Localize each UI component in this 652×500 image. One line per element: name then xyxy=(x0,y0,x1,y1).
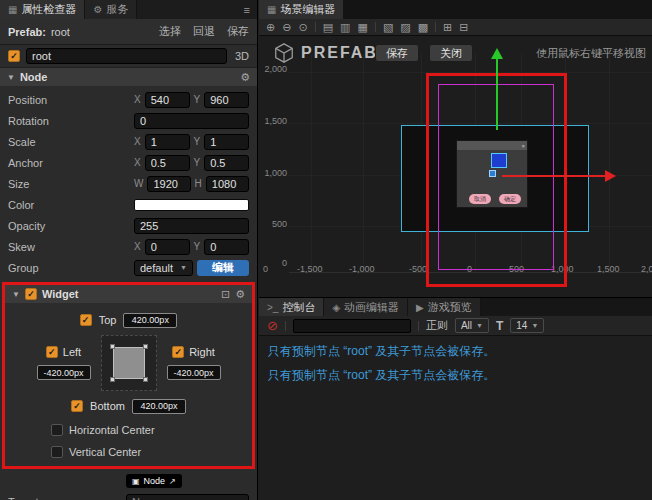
dialog-cancel-node[interactable]: 取消 xyxy=(469,194,491,204)
dialog-blue-square-node[interactable] xyxy=(491,153,507,168)
zoom-fit-icon[interactable]: ⊙ xyxy=(298,22,307,33)
distribute-vertical-icon[interactable]: ⊟ xyxy=(459,22,468,33)
widget-right-input[interactable] xyxy=(167,365,221,380)
scale-y-key: Y xyxy=(194,136,201,147)
check-icon: ✓ xyxy=(27,290,35,299)
font-size-dropdown[interactable]: 14 ▼ xyxy=(510,318,544,333)
opacity-input[interactable] xyxy=(134,218,249,234)
ruler-label: 1,500 xyxy=(261,116,287,126)
widget-target-row: Target None xyxy=(0,490,257,500)
widget-enabled-checkbox[interactable]: ✓ xyxy=(25,288,37,300)
align-right-icon[interactable]: ▩ xyxy=(418,22,428,33)
gizmo-x-axis[interactable] xyxy=(502,175,606,177)
widget-hcenter-checkbox[interactable]: ✓ xyxy=(51,424,63,436)
widget-bottom-label: Bottom xyxy=(90,400,125,412)
gizmo-y-axis-arrowhead[interactable] xyxy=(491,48,503,59)
grid-icon: ▦ xyxy=(8,4,17,15)
tab-inspector[interactable]: ▦ 属性检查器 xyxy=(0,0,85,19)
widget-right-group: ✓ Right xyxy=(167,346,221,380)
tab-animation-label: 动画编辑器 xyxy=(344,300,399,315)
node-properties: Position X Y Rotation Scale X xyxy=(0,86,257,279)
size-label: Size xyxy=(8,178,134,190)
anchor-x-input[interactable] xyxy=(145,155,190,171)
group-edit-button[interactable]: 编辑 xyxy=(197,260,249,276)
inspector-tabbar: ▦ 属性检查器 ⚙ 服务 ≡ xyxy=(0,0,257,19)
node-name-input[interactable] xyxy=(26,48,227,64)
widget-bottom-checkbox[interactable]: ✓ xyxy=(71,400,83,412)
widget-top-input[interactable] xyxy=(123,313,177,328)
dialog-close-icon: × xyxy=(521,143,525,149)
prefab-select-button[interactable]: 选择 xyxy=(159,24,181,39)
widget-right-checkbox[interactable]: ✓ xyxy=(172,346,184,358)
widget-top-checkbox[interactable]: ✓ xyxy=(80,314,92,326)
node-active-checkbox[interactable]: ✓ xyxy=(8,50,20,62)
console-log-line[interactable]: 只有预制节点 “root” 及其子节点会被保存。 xyxy=(268,343,643,360)
widget-left-input[interactable] xyxy=(37,365,91,380)
dialog-ok-node[interactable]: 确定 xyxy=(499,194,521,204)
group-select[interactable]: default ▼ xyxy=(134,260,193,276)
widget-diagram-square xyxy=(113,347,145,379)
gizmo-origin-handle[interactable] xyxy=(489,170,496,177)
log-level-dropdown[interactable]: All ▼ xyxy=(455,318,489,333)
chevron-down-icon: ▼ xyxy=(180,264,187,271)
size-w-input[interactable] xyxy=(147,176,190,192)
node-reference-badge[interactable]: ▣ Node ↗ xyxy=(126,474,182,488)
target-value-field[interactable]: None xyxy=(126,494,249,500)
widget-section-header[interactable]: ▼ ✓ Widget ⊡ ⚙ xyxy=(5,285,252,303)
tab-animation-editor[interactable]: ◈ 动画编辑器 xyxy=(324,298,408,316)
prefab-save-button[interactable]: 保存 xyxy=(227,24,249,39)
scale-y-input[interactable] xyxy=(204,134,249,150)
anchor-y-input[interactable] xyxy=(204,155,249,171)
align-middle-icon[interactable]: ▥ xyxy=(340,22,350,33)
skew-x-input[interactable] xyxy=(145,239,190,255)
console-search-input[interactable] xyxy=(293,319,411,333)
align-bottom-icon[interactable]: ▦ xyxy=(357,22,367,33)
tab-services[interactable]: ⚙ 服务 xyxy=(85,0,137,19)
scene-viewport[interactable]: 2,000 1,500 1,000 500 0 0 -1,500 -1,000 … xyxy=(259,36,652,297)
widget-bottom-input[interactable] xyxy=(132,399,186,414)
prefab-save-button[interactable]: 保存 xyxy=(375,44,419,62)
align-top-icon[interactable]: ▤ xyxy=(323,22,333,33)
target-label: Target xyxy=(8,496,126,500)
panel-menu-icon[interactable]: ≡ xyxy=(237,0,257,19)
widget-vcenter-checkbox[interactable]: ✓ xyxy=(51,446,63,458)
toolbar-separator xyxy=(418,321,419,331)
widget-gear-icon[interactable]: ⚙ xyxy=(235,288,245,301)
chevron-down-icon: ▼ xyxy=(531,322,538,329)
position-y-input[interactable] xyxy=(204,92,249,108)
widget-section-title: Widget xyxy=(42,288,79,300)
size-h-input[interactable] xyxy=(206,176,249,192)
widget-hcenter-label: Horizontal Center xyxy=(69,424,155,436)
node-section-header[interactable]: ▼ Node ⚙ xyxy=(0,68,257,86)
align-center-icon[interactable]: ▨ xyxy=(400,22,410,33)
zoom-out-icon[interactable]: ⊖ xyxy=(282,22,291,33)
color-swatch[interactable] xyxy=(134,199,249,211)
widget-copy-icon[interactable]: ⊡ xyxy=(221,288,230,301)
tab-game-preview[interactable]: ▶ 游戏预览 xyxy=(408,298,481,316)
zoom-in-icon[interactable]: ⊕ xyxy=(266,22,275,33)
node-name-row: ✓ 3D xyxy=(0,45,257,68)
regex-toggle[interactable]: 正则 xyxy=(426,318,448,333)
console-log-line[interactable]: 只有预制节点 “root” 及其子节点会被保存。 xyxy=(268,367,643,384)
tab-scene-editor[interactable]: ▦ 场景编辑器 xyxy=(259,0,344,19)
node-gear-icon[interactable]: ⚙ xyxy=(240,71,250,84)
rotation-input[interactable] xyxy=(134,113,249,129)
position-x-input[interactable] xyxy=(145,92,190,108)
prefab-close-button[interactable]: 关闭 xyxy=(429,44,473,62)
align-left-icon[interactable]: ▧ xyxy=(383,22,393,33)
scene-tabbar: ▦ 场景编辑器 xyxy=(259,0,652,19)
node-badge-label: Node xyxy=(144,476,166,486)
widget-top-row: ✓ Top xyxy=(5,311,252,329)
distribute-horizontal-icon[interactable]: ⊞ xyxy=(443,22,452,33)
mode-3d-toggle[interactable]: 3D xyxy=(235,50,249,62)
widget-left-checkbox[interactable]: ✓ xyxy=(46,346,58,358)
gizmo-x-axis-arrowhead[interactable] xyxy=(605,170,616,182)
gizmo-y-axis[interactable] xyxy=(496,58,498,130)
skew-y-input[interactable] xyxy=(204,239,249,255)
tab-console[interactable]: >_ 控制台 xyxy=(259,298,324,316)
prefab-revert-button[interactable]: 回退 xyxy=(193,24,215,39)
scale-x-input[interactable] xyxy=(145,134,190,150)
group-select-value: default xyxy=(140,262,173,274)
tab-game-preview-label: 游戏预览 xyxy=(428,300,472,315)
clear-console-icon[interactable]: ⊘ xyxy=(267,319,278,332)
